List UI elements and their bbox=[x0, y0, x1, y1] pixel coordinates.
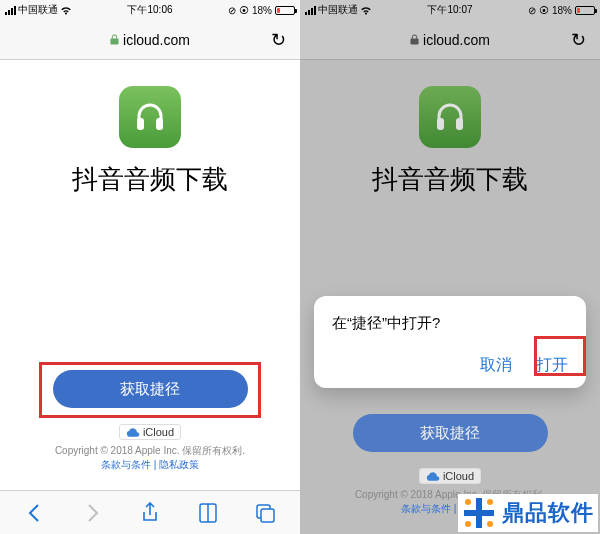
url-host: icloud.com bbox=[123, 32, 190, 48]
svg-point-10 bbox=[465, 521, 471, 527]
open-in-app-alert: 在“捷径”中打开? 取消 打开 bbox=[314, 296, 586, 388]
screenshot-right: 中国联通 下午10:07 ⊘ ⦿ 18% icloud.com ↻ bbox=[300, 0, 600, 534]
alarm-icon: ⦿ bbox=[539, 5, 549, 16]
page-content: 抖音音频下载 获取捷径 iCloud Copyright © 2018 Appl… bbox=[300, 60, 600, 534]
get-shortcut-button[interactable]: 获取捷径 bbox=[53, 370, 248, 408]
watermark-text: 鼎品软件 bbox=[502, 498, 594, 528]
share-icon[interactable] bbox=[139, 502, 161, 524]
svg-point-9 bbox=[487, 499, 493, 505]
watermark: 鼎品软件 bbox=[458, 494, 598, 532]
wifi-icon bbox=[360, 6, 372, 15]
privacy-link[interactable]: 隐私政策 bbox=[159, 459, 199, 470]
page-title: 抖音音频下载 bbox=[72, 162, 228, 197]
status-time: 下午10:07 bbox=[427, 3, 472, 17]
headphones-icon bbox=[131, 98, 169, 136]
safari-toolbar bbox=[0, 490, 300, 534]
carrier-label: 中国联通 bbox=[18, 3, 58, 17]
terms-link[interactable]: 条款与条件 bbox=[101, 459, 151, 470]
headphones-icon bbox=[431, 98, 469, 136]
page-title: 抖音音频下载 bbox=[372, 162, 528, 197]
lock-icon bbox=[110, 34, 119, 45]
battery-pct: 18% bbox=[552, 5, 572, 16]
svg-rect-1 bbox=[156, 118, 163, 130]
svg-point-11 bbox=[487, 521, 493, 527]
svg-rect-3 bbox=[261, 509, 274, 522]
url-bar[interactable]: icloud.com ↻ bbox=[0, 20, 300, 60]
back-icon[interactable] bbox=[24, 502, 46, 524]
status-bar: 中国联通 下午10:06 ⊘ ⦿ 18% bbox=[0, 0, 300, 20]
alert-message: 在“捷径”中打开? bbox=[332, 314, 568, 333]
svg-rect-4 bbox=[437, 118, 444, 130]
orientation-lock-icon: ⊘ bbox=[528, 5, 536, 16]
icloud-badge: iCloud bbox=[119, 424, 181, 440]
status-bar: 中国联通 下午10:07 ⊘ ⦿ 18% bbox=[300, 0, 600, 20]
page-content: 抖音音频下载 获取捷径 iCloud Copyright © 2018 Appl… bbox=[0, 60, 300, 490]
icloud-badge: iCloud bbox=[419, 468, 481, 484]
app-icon bbox=[119, 86, 181, 148]
wifi-icon bbox=[60, 6, 72, 15]
get-shortcut-button[interactable]: 获取捷径 bbox=[353, 414, 548, 452]
svg-rect-7 bbox=[464, 510, 494, 516]
status-time: 下午10:06 bbox=[127, 3, 172, 17]
battery-icon bbox=[275, 6, 295, 15]
screenshot-left: 中国联通 下午10:06 ⊘ ⦿ 18% icloud.com ↻ bbox=[0, 0, 300, 534]
refresh-icon[interactable]: ↻ bbox=[271, 29, 286, 51]
url-host: icloud.com bbox=[423, 32, 490, 48]
forward-icon[interactable] bbox=[81, 502, 103, 524]
watermark-logo-icon bbox=[462, 496, 496, 530]
cloud-icon bbox=[126, 428, 140, 437]
orientation-lock-icon: ⊘ bbox=[228, 5, 236, 16]
carrier-label: 中国联通 bbox=[318, 3, 358, 17]
bookmarks-icon[interactable] bbox=[197, 502, 219, 524]
svg-point-8 bbox=[465, 499, 471, 505]
signal-icon bbox=[5, 6, 16, 15]
svg-rect-0 bbox=[137, 118, 144, 130]
alert-open-button[interactable]: 打开 bbox=[536, 355, 568, 376]
app-icon bbox=[419, 86, 481, 148]
tabs-icon[interactable] bbox=[254, 502, 276, 524]
url-bar[interactable]: icloud.com ↻ bbox=[300, 20, 600, 60]
signal-icon bbox=[305, 6, 316, 15]
terms-link[interactable]: 条款与条件 bbox=[401, 503, 451, 514]
alarm-icon: ⦿ bbox=[239, 5, 249, 16]
cloud-icon bbox=[426, 472, 440, 481]
refresh-icon[interactable]: ↻ bbox=[571, 29, 586, 51]
alert-cancel-button[interactable]: 取消 bbox=[480, 355, 512, 376]
footer: iCloud Copyright © 2018 Apple Inc. 保留所有权… bbox=[0, 424, 300, 472]
battery-icon bbox=[575, 6, 595, 15]
battery-pct: 18% bbox=[252, 5, 272, 16]
svg-rect-5 bbox=[456, 118, 463, 130]
copyright: Copyright © 2018 Apple Inc. 保留所有权利. bbox=[55, 445, 245, 456]
lock-icon bbox=[410, 34, 419, 45]
